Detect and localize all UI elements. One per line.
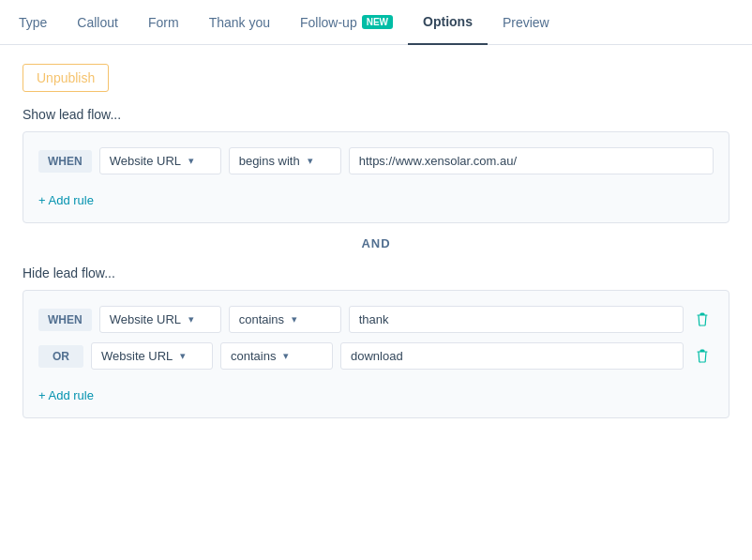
nav-item-follow-up[interactable]: Follow-up NEW bbox=[285, 0, 408, 45]
hide-rule-row-2: OR Website URL ▾ contains ▾ bbox=[38, 342, 714, 370]
chevron-down-icon: ▾ bbox=[308, 155, 313, 167]
hide-value-input-2[interactable] bbox=[340, 342, 684, 370]
chevron-down-icon: ▾ bbox=[283, 350, 289, 362]
hide-add-rule-link[interactable]: + Add rule bbox=[38, 388, 94, 402]
nav-item-callout[interactable]: Callout bbox=[62, 0, 133, 45]
show-when-tag: WHEN bbox=[38, 150, 92, 173]
show-rule-box: WHEN Website URL ▾ begins with ▾ + Add r… bbox=[23, 131, 729, 223]
hide-value-input-1[interactable] bbox=[349, 306, 684, 333]
unpublish-button[interactable]: Unpublish bbox=[23, 64, 109, 92]
nav-item-form[interactable]: Form bbox=[133, 0, 194, 45]
chevron-down-icon: ▾ bbox=[188, 313, 194, 325]
show-rule-row: WHEN Website URL ▾ begins with ▾ bbox=[38, 147, 714, 174]
show-condition-dropdown[interactable]: begins with ▾ bbox=[229, 147, 341, 174]
chevron-down-icon: ▾ bbox=[188, 155, 194, 167]
follow-up-badge: NEW bbox=[362, 15, 393, 29]
hide-condition-dropdown-2[interactable]: contains ▾ bbox=[220, 342, 333, 370]
top-nav: Type Callout Form Thank you Follow-up NE… bbox=[0, 0, 752, 45]
chevron-down-icon: ▾ bbox=[292, 313, 297, 325]
nav-item-type[interactable]: Type bbox=[15, 0, 62, 45]
hide-rule-box: WHEN Website URL ▾ contains ▾ OR Website… bbox=[23, 290, 729, 418]
hide-condition-dropdown-1[interactable]: contains ▾ bbox=[229, 306, 341, 333]
nav-item-options[interactable]: Options bbox=[408, 0, 488, 45]
hide-or-tag: OR bbox=[38, 345, 83, 368]
chevron-down-icon: ▾ bbox=[180, 350, 186, 362]
and-divider: AND bbox=[23, 236, 729, 250]
show-section-label: Show lead flow... bbox=[23, 107, 729, 122]
main-content: Unpublish Show lead flow... WHEN Website… bbox=[0, 45, 752, 437]
nav-item-thank-you[interactable]: Thank you bbox=[194, 0, 285, 45]
hide-url-dropdown-2[interactable]: Website URL ▾ bbox=[91, 342, 213, 370]
delete-row-2-button[interactable] bbox=[691, 345, 714, 368]
show-url-dropdown[interactable]: Website URL ▾ bbox=[99, 147, 221, 174]
hide-url-dropdown-1[interactable]: Website URL ▾ bbox=[99, 306, 221, 333]
nav-item-preview[interactable]: Preview bbox=[488, 0, 564, 45]
hide-when-tag: WHEN bbox=[38, 309, 92, 331]
hide-section-label: Hide lead flow... bbox=[23, 265, 729, 280]
show-value-input[interactable] bbox=[349, 147, 714, 174]
show-add-rule-link[interactable]: + Add rule bbox=[38, 193, 94, 207]
hide-rule-row-1: WHEN Website URL ▾ contains ▾ bbox=[38, 306, 714, 333]
delete-row-1-button[interactable] bbox=[691, 309, 714, 331]
